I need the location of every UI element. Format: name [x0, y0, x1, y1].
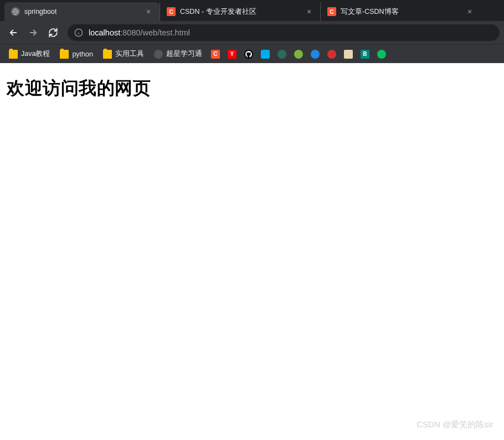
- csdn-icon: C: [327, 7, 336, 16]
- watermark: CSDN @爱笑的陈sir: [416, 420, 493, 430]
- wechat-icon: [377, 50, 386, 59]
- bookmark-y[interactable]: Y: [224, 48, 240, 61]
- address-bar[interactable]: localhost:8080/web/test.html: [68, 24, 500, 41]
- bookmark-label: 超星学习通: [166, 49, 202, 59]
- reload-button[interactable]: [44, 24, 62, 42]
- back-button[interactable]: [4, 24, 22, 42]
- bookmark-chaoxing[interactable]: 超星学习通: [150, 47, 207, 61]
- folder-icon: [9, 50, 18, 59]
- folder-icon: [60, 50, 69, 59]
- github-icon: [244, 50, 253, 59]
- bookmark-teal[interactable]: [274, 48, 290, 61]
- bookmark-green[interactable]: [291, 48, 306, 61]
- close-icon[interactable]: ×: [305, 7, 313, 16]
- circle-icon: [277, 50, 286, 59]
- tab-csdn-write[interactable]: C 写文章-CSDN博客 ×: [320, 2, 481, 21]
- circle-icon: [294, 50, 303, 59]
- b-icon: B: [361, 50, 369, 59]
- bookmark-avatar[interactable]: [341, 48, 356, 61]
- y-icon: Y: [228, 50, 236, 59]
- info-icon[interactable]: [74, 28, 83, 37]
- bookmarks-bar: Java教程 python 实用工具 超星学习通 C Y B: [0, 44, 504, 63]
- close-icon[interactable]: ×: [465, 7, 474, 16]
- close-icon[interactable]: ×: [144, 7, 153, 16]
- bookmark-label: 实用工具: [115, 49, 144, 59]
- tab-strip: springboot × C CSDN - 专业开发者社区 × C 写文章-CS…: [0, 0, 504, 21]
- bilibili-icon: [261, 50, 270, 59]
- circle-icon: [311, 50, 320, 59]
- page-content: 欢迎访问我的网页: [0, 63, 504, 114]
- tab-title: 写文章-CSDN博客: [341, 7, 461, 17]
- bookmark-github[interactable]: [241, 48, 256, 61]
- bookmark-java[interactable]: Java教程: [4, 47, 54, 61]
- toolbar: localhost:8080/web/test.html: [0, 21, 504, 44]
- tab-springboot[interactable]: springboot ×: [4, 2, 160, 21]
- chaoxing-icon: [154, 50, 163, 59]
- page-heading: 欢迎访问我的网页: [7, 76, 497, 101]
- bookmark-red[interactable]: [324, 48, 340, 61]
- csdn-icon: C: [211, 50, 220, 59]
- bookmark-tools[interactable]: 实用工具: [99, 47, 148, 61]
- bookmark-python[interactable]: python: [55, 48, 97, 61]
- url-text: localhost:8080/web/test.html: [89, 28, 190, 37]
- bookmark-csdn[interactable]: C: [208, 48, 223, 61]
- tab-title: CSDN - 专业开发者社区: [180, 7, 300, 17]
- bookmark-blue[interactable]: [307, 48, 323, 61]
- bookmark-label: python: [72, 50, 93, 58]
- tab-title: springboot: [24, 8, 140, 15]
- tab-csdn-community[interactable]: C CSDN - 专业开发者社区 ×: [160, 2, 320, 21]
- csdn-icon: C: [167, 7, 176, 16]
- circle-icon: [327, 50, 336, 59]
- bookmark-label: Java教程: [21, 49, 50, 59]
- avatar-icon: [344, 50, 353, 59]
- bookmark-bilibili[interactable]: [258, 48, 273, 61]
- folder-icon: [103, 50, 112, 59]
- globe-icon: [11, 7, 20, 16]
- forward-button[interactable]: [24, 24, 42, 42]
- bookmark-b[interactable]: B: [357, 48, 373, 61]
- bookmark-wechat[interactable]: [374, 48, 389, 61]
